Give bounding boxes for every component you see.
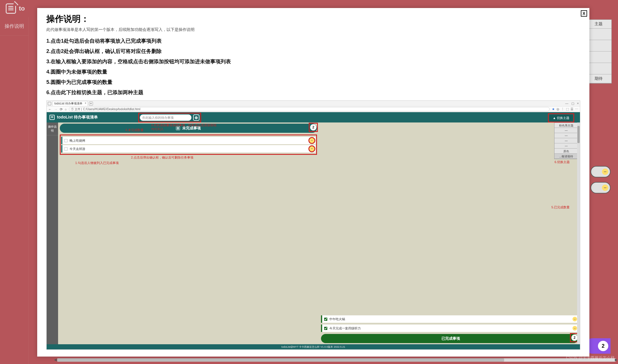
annotation-box-6: ▲ 切换主题 — [548, 113, 574, 122]
file-label: ① 文件 | — [71, 107, 82, 111]
embedded-screenshot: todoList 待办事项清单 × + — ▢ × ← → ⟳ ⌂ ① 文件 |… — [46, 100, 580, 350]
close-button[interactable]: X — [581, 10, 587, 17]
annotation-box-4: 2 — [309, 123, 318, 132]
done-title: 已完成事项 — [441, 336, 460, 341]
theme-option[interactable]: — — [554, 143, 578, 149]
done-header-pill: 已完成事项 2 — [321, 334, 578, 343]
done-item: 中午吃火锅 − — [321, 315, 578, 323]
annotation-note-4: 4.未完成数量 — [125, 128, 144, 132]
url-text: C:/Users/HUAWEI/Desktop/todolist/tdlist.… — [83, 107, 140, 111]
close-icon[interactable]: × — [577, 102, 579, 105]
ext-icon[interactable]: ⬚ — [566, 107, 569, 111]
theme-option[interactable]: — — [554, 133, 578, 138]
forward-icon[interactable]: → — [54, 107, 58, 111]
annotation-note-2: 2.点击后弹出确认框，确认后可删除任务事项 — [131, 156, 197, 160]
bg-task-pill[interactable]: − — [591, 166, 611, 177]
done-column: 中午吃火锅 − 今天完成一套四级听力 − 已完成事项 — [319, 122, 580, 344]
instruction-item: 3.在输入框输入要添加的内容，空格或点击右侧添加按钮均可添加进未做事项列表 — [46, 58, 580, 65]
delete-button[interactable]: − — [573, 326, 577, 331]
done-checkbox[interactable] — [324, 317, 328, 321]
annotation-box-1-2: 晚上吃烧烤 − 今天去郊游 − — [60, 134, 317, 155]
todo-item: 晚上吃烧烤 − — [61, 137, 316, 144]
theme-option[interactable]: 粉色系主题 — [554, 123, 578, 128]
todo-checkbox[interactable] — [64, 147, 68, 151]
browser-tab-bar: todoList 待办事项清单 × + — ▢ × — [47, 101, 580, 106]
bg-sidebar: 操作说明 — [0, 17, 29, 364]
todo-item: 今天去郊游 − — [61, 145, 316, 153]
done-text: 中午吃火锅 — [329, 317, 345, 321]
browser-address-bar: ← → ⟳ ⌂ ① 文件 | C:/Users/HUAWEI/Desktop/t… — [47, 106, 580, 112]
instruction-item: 6.点击此下拉框切换主题，已添加两种主题 — [46, 89, 580, 96]
bg-theme-row-title: 主题 — [586, 20, 611, 29]
search-placeholder: 在此输入你的待办事项 — [142, 116, 174, 120]
todolist-logo-icon — [6, 3, 16, 14]
done-count-badge: 2 — [571, 335, 578, 341]
eb-sidebar-item-help[interactable]: 操作说明 — [47, 122, 58, 135]
bg-sidebar-item-help[interactable]: 操作说明 — [0, 17, 28, 35]
bg-horizontal-scrollbar[interactable] — [57, 358, 616, 362]
browser-tab[interactable]: todoList 待办事项清单 × — [52, 101, 88, 106]
bg-scroll-thumb[interactable] — [57, 358, 504, 362]
done-checkbox[interactable] — [324, 327, 328, 330]
back-icon[interactable]: ← — [48, 107, 52, 111]
instruction-item: 1.点击1处勾选后会自动将事项放入已完成事项列表 — [46, 37, 580, 44]
eb-sidebar: 操作说明 — [47, 122, 58, 344]
theme-dropdown-list[interactable]: 粉色系主题 — — — — 原色 ...敬请期待 — [554, 122, 578, 159]
instruction-item: 2.点击2处会弹出确认框，确认后可将对应任务删除 — [46, 48, 580, 55]
delete-button[interactable]: − — [573, 317, 577, 321]
home-icon[interactable]: ⌂ — [65, 108, 67, 111]
minus-icon[interactable]: − — [602, 169, 608, 175]
bg-theme-row[interactable] — [586, 52, 611, 63]
bg-theme-row-expect: 期待 — [586, 74, 611, 83]
todo-text: 今天去郊游 — [70, 147, 85, 151]
annotation-note-6: 6.切换主题 — [554, 160, 570, 164]
todo-checkbox[interactable] — [64, 139, 68, 142]
ext-icon[interactable]: ⋮ — [561, 107, 564, 111]
ext-icon[interactable]: ◎ — [556, 107, 559, 111]
theme-option[interactable]: — — [554, 128, 578, 133]
ext-icon[interactable]: ⋯ — [575, 107, 578, 111]
annotation-note-5: 5.已完成数量 — [551, 205, 570, 332]
tab-close-icon[interactable]: × — [85, 102, 86, 105]
instruction-item: 5.圆圈中为已完成事项的数量 — [46, 79, 580, 86]
star-icon[interactable]: ★ — [552, 107, 555, 111]
maximize-icon[interactable]: ▢ — [571, 102, 574, 105]
add-button[interactable]: ⊕ — [193, 114, 199, 121]
annotation-note-1: 1.勾选后人物被列入已完成事项 — [75, 161, 119, 165]
theme-option[interactable]: — — [554, 138, 578, 143]
new-tab-button[interactable]: + — [89, 102, 93, 106]
ext-icon[interactable]: ☰ — [571, 107, 573, 111]
theme-option-original[interactable]: 原色 — [554, 149, 578, 154]
instruction-item: 4.圆圈中为未做事项的数量 — [46, 68, 580, 75]
bg-theme-row[interactable] — [586, 63, 611, 74]
search-input[interactable]: 在此输入你的待办事项 — [140, 114, 191, 121]
embedded-app: todoList 待办事项清单 在此输入你的待办事项 ⊕ ▲ 切换主题 — [47, 112, 580, 349]
delete-button[interactable]: − — [309, 146, 314, 151]
bg-theme-row[interactable] — [586, 40, 611, 52]
bg-task-pill[interactable]: − — [591, 182, 611, 193]
window-controls: — ▢ × — [565, 102, 579, 105]
todolist-logo-icon — [49, 115, 55, 120]
bg-title: to — [19, 5, 25, 12]
minus-icon[interactable]: − — [602, 185, 608, 191]
modal-title: 操作说明： — [46, 13, 580, 25]
done-text: 今天完成一套四级听力 — [329, 326, 361, 331]
minimize-icon[interactable]: — — [565, 102, 569, 105]
annotation-note-3: 3.在此添加要添加的事项，回车或点击添加按钮均可列入 — [151, 123, 217, 131]
modal-subtitle: 此代做事项清单是本人写的第一个版本，后续附加功能会逐渐写入，以下是操作说明 — [46, 27, 580, 32]
refresh-icon[interactable]: ⟳ — [60, 107, 63, 111]
theme-option-expect[interactable]: ...敬请期待 — [554, 154, 578, 159]
theme-switch-button[interactable]: ▲ 切换主题 — [549, 115, 573, 121]
bg-theme-row[interactable] — [586, 29, 611, 40]
bg-done-count: 2 — [598, 341, 608, 351]
plus-icon: ⊕ — [195, 115, 198, 120]
delete-button[interactable]: − — [309, 138, 314, 143]
eb-vertical-scrollbar[interactable] — [577, 122, 580, 344]
eb-header-title: todoList 待办事项清单 — [57, 115, 98, 120]
browser-extensions: ★ ◎ ⋮ ⬚ ☰ ⋯ — [552, 107, 578, 111]
window-icon — [48, 102, 51, 105]
url-input[interactable]: ① 文件 | C:/Users/HUAWEI/Desktop/todolist/… — [69, 107, 550, 111]
browser-tab-title: todoList 待办事项清单 — [54, 102, 82, 105]
eb-header: todoList 待办事项清单 在此输入你的待办事项 ⊕ ▲ 切换主题 — [47, 112, 580, 122]
annotation-box-3: 在此输入你的待办事项 ⊕ — [138, 113, 201, 122]
